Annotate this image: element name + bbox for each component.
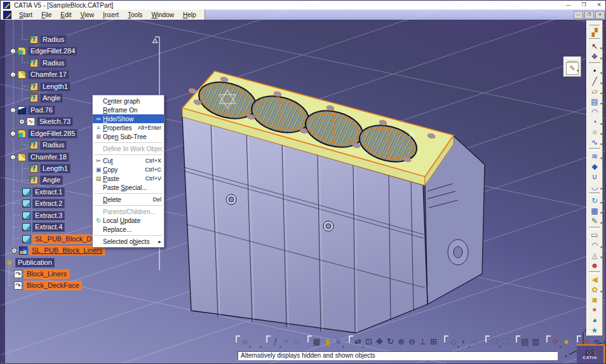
selection-sets-icon[interactable]: ❖ (588, 51, 602, 62)
menu-help[interactable]: Help (178, 11, 201, 19)
menu-window[interactable]: Window (147, 11, 178, 19)
formula-icon[interactable]: ƒ (270, 335, 281, 347)
offset-surface-icon[interactable]: ◔ (588, 117, 602, 127)
fly-mode-icon[interactable]: ⇄ (353, 335, 363, 347)
mdi-restore-button[interactable]: ❐ (584, 11, 594, 19)
context-menu-item-properties[interactable]: ≡PropertiesAlt+Enter (93, 123, 164, 132)
tree-expander[interactable]: - (10, 107, 16, 113)
context-menu-item-selected-objects[interactable]: Selected objects► (93, 237, 164, 246)
tree-item-extract-2[interactable]: Extract.2 (22, 199, 65, 208)
line-icon[interactable]: ╱ (588, 76, 602, 86)
tree-item-extract-1[interactable]: Extract.1 (22, 187, 65, 197)
tree-expander[interactable]: + (11, 248, 17, 253)
knowledge-tip-icon[interactable]: ◓ (281, 335, 292, 347)
circle-icon[interactable]: ○ (588, 127, 602, 137)
swap-visible-space-icon[interactable]: ❐ (500, 335, 511, 347)
spline-icon[interactable]: ∿ (588, 137, 602, 147)
tree-item-chamfer-18[interactable]: -Chamfer.18 (10, 152, 69, 162)
axis-grid-icon[interactable]: ▦ (588, 206, 602, 216)
tree-expander[interactable]: - (10, 72, 16, 78)
tree-item-radius[interactable]: fRadius (30, 35, 67, 44)
manikin-icon[interactable]: ☺ (292, 335, 302, 347)
compass-icon[interactable]: ✣ (550, 335, 561, 347)
quick-view-icon[interactable]: ◇ (448, 335, 459, 347)
menu-insert[interactable]: Insert (98, 11, 123, 19)
close-button[interactable]: ✕ (591, 1, 606, 10)
sweep-icon[interactable]: ≋ (588, 151, 602, 161)
ball-icon[interactable]: ◕ (588, 315, 602, 325)
tree-item-length1[interactable]: fLength1 (30, 82, 71, 91)
context-menu-item-cut[interactable]: ✂CutCtrl+X (93, 156, 164, 165)
tree-item-publication[interactable]: ✱Publication (5, 258, 55, 267)
menu-start[interactable]: Start (15, 11, 37, 19)
tree-item-edgefillet-285[interactable]: -EdgeFillet.285 (10, 129, 77, 138)
context-menu-item-reframe-on[interactable]: Reframe On (93, 105, 164, 114)
minimize-button[interactable]: — (561, 1, 576, 10)
create-multi-view-icon[interactable]: ⊞ (428, 335, 439, 347)
tree-item-pad-76[interactable]: -Pad.76 (10, 105, 55, 115)
toolbar-grip[interactable] (589, 24, 600, 25)
tree-item-edgefillet-284[interactable]: -EdgeFillet.284 (10, 46, 77, 56)
mean-dimensions-icon[interactable]: ▭ (588, 230, 602, 240)
catia-menu-icon[interactable] (3, 11, 11, 19)
announce-icon[interactable]: ◀ (588, 274, 602, 285)
catalog-icon[interactable]: ● (561, 335, 572, 347)
tree-item-radius[interactable]: fRadius (30, 140, 67, 150)
constraints-icon[interactable]: ≡ (333, 335, 344, 347)
context-menu-item-copy[interactable]: ▣CopyCtrl+C (93, 165, 164, 174)
tree-item-length1[interactable]: fLength1 (30, 164, 71, 173)
overlap-window-icon[interactable]: ▥ (530, 335, 541, 347)
mdi-minimize-button[interactable]: — (574, 11, 583, 19)
context-menu-item-paste-special[interactable]: Paste Special... (93, 183, 164, 192)
menu-tools[interactable]: Tools (123, 11, 147, 19)
frame-circle-icon[interactable]: ◙ (588, 295, 602, 305)
context-menu-item-hide-show[interactable]: ∞Hide/Show (93, 114, 164, 123)
tree-item-chamfer-17[interactable]: -Chamfer.17 (10, 70, 69, 79)
capture-icon[interactable]: ◙ (239, 335, 250, 347)
graph-window-icon[interactable]: ▤ (520, 335, 530, 347)
tree-expander[interactable]: - (10, 154, 16, 160)
mdi-close-button[interactable]: ✕ (595, 11, 605, 19)
menu-file[interactable]: File (37, 11, 56, 19)
tree-item-block-deckface[interactable]: ↷Block_DeckFace (14, 281, 82, 290)
draft-analysis-icon[interactable]: ◬ (588, 250, 602, 260)
context-menu-item-open-sub-tree[interactable]: ⊞Open Sub-Tree (93, 132, 164, 141)
revolve-surface-icon[interactable]: ◠ (588, 107, 602, 117)
sketcher-icon[interactable]: ✎ (588, 216, 602, 226)
toolbar-grip[interactable] (567, 58, 577, 62)
context-menu-item-local-update[interactable]: ↻Local Update (93, 216, 164, 225)
power-copy-icon[interactable]: ✴ (588, 305, 602, 315)
zoom-out-icon[interactable]: ⊖ (407, 335, 417, 347)
multi-sections-icon[interactable]: ∪ (588, 172, 602, 182)
current-workbench-icon[interactable]: ▞ (588, 27, 602, 37)
tree-item-radius[interactable]: fRadius (30, 58, 67, 68)
tree-item-extract-3[interactable]: Extract.3 (22, 211, 65, 220)
viewport-3d[interactable] (1, 20, 606, 364)
curve-analysis-icon[interactable]: ◠ (588, 240, 602, 250)
lock-icon[interactable]: ▮ (322, 335, 333, 347)
rotate-icon[interactable]: ↻ (385, 335, 396, 347)
fill-icon[interactable]: ◆ (588, 161, 602, 172)
context-menu-item-delete[interactable]: DeleteDel (93, 195, 164, 204)
tree-item-angle[interactable]: fAngle (30, 93, 63, 103)
context-menu-item-replace[interactable]: Replace... (93, 225, 164, 234)
tree-expander[interactable]: - (10, 131, 16, 137)
ergonomics-icon[interactable]: ☻ (588, 260, 602, 271)
tree-item-angle[interactable]: fAngle (30, 175, 63, 185)
wireframe-icon[interactable]: ○ (469, 335, 480, 347)
tree-expander[interactable]: + (19, 119, 25, 125)
context-menu-item-center-graph[interactable]: Center graph (93, 97, 164, 105)
image-browser-icon[interactable]: ❏ (250, 335, 261, 347)
menu-edit[interactable]: Edit (56, 11, 76, 19)
menu-view[interactable]: View (76, 11, 98, 19)
update-icon[interactable]: ↻ (588, 196, 602, 206)
restore-button[interactable]: ❐ (576, 1, 591, 10)
plane-icon[interactable]: ▱ (588, 86, 602, 97)
tree-item-sl-pub-block-liners[interactable]: +SL_PUB_Block_Liners (11, 246, 105, 255)
normal-view-icon[interactable]: ⊥ (417, 335, 428, 347)
pan-icon[interactable]: ✥ (374, 335, 385, 347)
design-table-icon[interactable]: ▦ (311, 335, 322, 347)
context-menu-item-paste[interactable]: ▤PasteCtrl+V (93, 174, 164, 183)
bow-icon[interactable]: ✿ (588, 285, 602, 295)
shading-icon[interactable]: ◐ (459, 335, 469, 347)
